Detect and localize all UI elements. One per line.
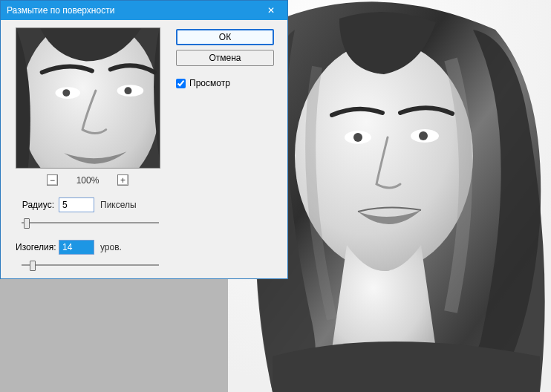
- slider-track: [22, 264, 159, 266]
- threshold-label: Изогелия:: [16, 242, 54, 252]
- svg-point-9: [62, 89, 70, 97]
- radius-slider[interactable]: [22, 217, 159, 227]
- preview-checkbox[interactable]: [176, 79, 186, 88]
- workspace-gray-panel: [0, 279, 228, 392]
- radius-label: Радиус:: [16, 200, 54, 210]
- right-column: ОК Отмена Просмотр: [176, 27, 274, 270]
- plus-icon: +: [120, 176, 125, 185]
- dialog-title: Размытие по поверхности: [7, 5, 255, 16]
- radius-input[interactable]: [59, 197, 94, 212]
- ok-button-label: ОК: [219, 32, 231, 42]
- zoom-controls: − 100% +: [47, 174, 128, 186]
- threshold-slider[interactable]: [22, 259, 159, 270]
- radius-unit: Пикселы: [100, 200, 137, 210]
- close-button[interactable]: ✕: [255, 1, 287, 20]
- preview-thumbnail[interactable]: [16, 27, 160, 169]
- slider-thumb[interactable]: [24, 218, 30, 229]
- slider-thumb[interactable]: [30, 261, 36, 271]
- cancel-button[interactable]: Отмена: [176, 50, 274, 66]
- svg-point-11: [124, 87, 131, 94]
- zoom-out-button[interactable]: −: [47, 174, 58, 186]
- surface-blur-dialog: Размытие по поверхности ✕: [0, 0, 288, 279]
- ok-button[interactable]: ОК: [176, 29, 274, 45]
- canvas-area: Размытие по поверхности ✕: [0, 0, 551, 392]
- radius-row: Радиус: Пикселы: [10, 197, 166, 212]
- preview-checkbox-label: Просмотр: [189, 78, 230, 88]
- slider-track: [22, 222, 159, 223]
- zoom-in-button[interactable]: +: [117, 174, 128, 186]
- preview-checkbox-row[interactable]: Просмотр: [176, 78, 274, 88]
- dialog-titlebar[interactable]: Размытие по поверхности ✕: [1, 1, 287, 20]
- threshold-input[interactable]: [59, 240, 94, 255]
- svg-point-3: [353, 133, 362, 142]
- close-icon: ✕: [267, 5, 275, 16]
- cancel-button-label: Отмена: [209, 53, 241, 63]
- threshold-row: Изогелия: уров.: [10, 240, 166, 255]
- threshold-unit: уров.: [100, 242, 122, 252]
- left-column: − 100% + Радиус: Пикселы И: [10, 27, 166, 270]
- minus-icon: −: [50, 176, 55, 185]
- svg-point-5: [419, 131, 428, 140]
- dialog-content: − 100% + Радиус: Пикселы И: [1, 20, 287, 278]
- zoom-value: 100%: [74, 175, 101, 186]
